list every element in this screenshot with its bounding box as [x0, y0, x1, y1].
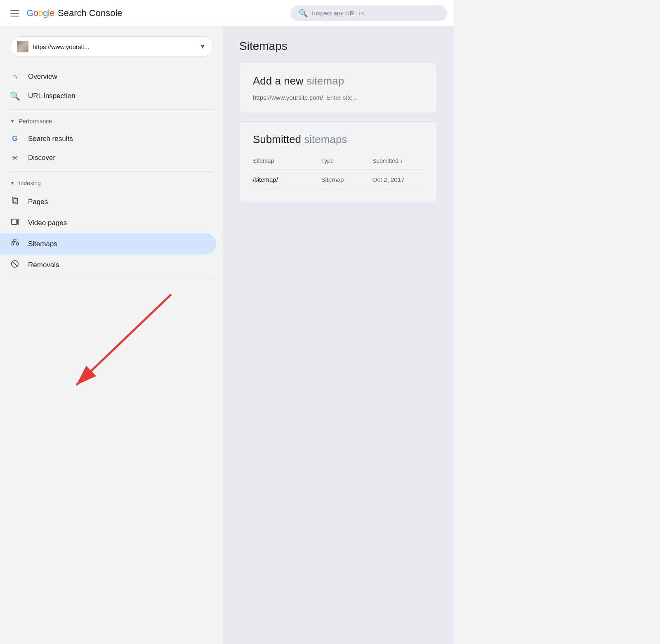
submitted-sitemaps-card: Submitted sitemaps Sitemap Type Submitte…: [239, 121, 437, 202]
page-title: Sitemaps: [239, 40, 437, 53]
col-header-submitted: Submitted ↓: [372, 157, 424, 164]
sidebar-item-label: Pages: [28, 198, 48, 206]
site-selector[interactable]: https://www.yoursit... ▼: [10, 36, 213, 57]
col-header-type: Type: [321, 157, 372, 164]
indexing-section-label: Indexing: [19, 180, 41, 186]
site-url: https://www.yoursit...: [33, 43, 195, 50]
nav-divider: [10, 279, 213, 279]
add-sitemap-title-bold: Add a new: [253, 75, 304, 87]
svg-rect-0: [12, 197, 16, 202]
sitemap-input-placeholder: Enter site...: [326, 94, 358, 101]
app-title: Search Console: [58, 8, 123, 19]
sort-down-icon: ↓: [400, 157, 403, 164]
sidebar-item-search-results[interactable]: G Search results: [0, 129, 216, 148]
sitemaps-icon: [10, 238, 20, 249]
sidebar-item-label: Search results: [28, 135, 73, 143]
svg-rect-5: [14, 239, 16, 242]
sidebar-item-sitemaps[interactable]: Sitemaps: [0, 233, 216, 254]
removals-icon: [10, 259, 20, 270]
google-g-icon: G: [10, 134, 20, 143]
performance-section-label: Performance: [19, 118, 52, 125]
add-sitemap-title: Add a new sitemap: [253, 75, 424, 87]
add-sitemap-title-gray: sitemap: [306, 75, 344, 87]
sidebar-item-label: Sitemaps: [28, 240, 57, 248]
content-area: https://www.yoursit... ▼ ⌂ Overview 🔍 UR…: [0, 26, 454, 644]
chevron-down-icon: ▼: [10, 180, 15, 186]
chevron-down-icon: ▼: [10, 118, 15, 124]
sitemap-type: Sitemap: [321, 176, 372, 183]
site-favicon: [17, 41, 28, 52]
sidebar-item-label: URL inspection: [28, 92, 75, 100]
submitted-title-gray: sitemaps: [304, 133, 347, 146]
performance-section-header[interactable]: ▼ Performance: [0, 113, 223, 129]
nav-divider: [10, 171, 213, 172]
sidebar-item-discover[interactable]: ✳ Discover: [0, 148, 216, 168]
table-row: /sitemap/ Sitemap Oct 2, 2017: [253, 169, 424, 190]
submitted-sitemaps-title: Submitted sitemaps: [253, 133, 424, 146]
svg-rect-1: [14, 199, 17, 204]
main-content: Sitemaps Add a new sitemap https://www.y…: [223, 26, 454, 644]
sidebar-item-label: Video pages: [28, 219, 67, 227]
google-logo: Google: [26, 8, 54, 19]
chevron-down-icon: ▼: [199, 43, 206, 50]
search-icon: 🔍: [10, 91, 20, 101]
sitemap-submitted-date: Oct 2, 2017: [372, 176, 424, 183]
video-pages-icon: [10, 217, 20, 228]
search-icon: 🔍: [299, 9, 308, 18]
sidebar-item-url-inspection[interactable]: 🔍 URL inspection: [0, 86, 216, 106]
sidebar-item-overview[interactable]: ⌂ Overview: [0, 67, 216, 86]
nav-divider: [10, 109, 213, 110]
submitted-title-bold: Submitted: [253, 133, 301, 146]
discover-icon: ✳: [10, 153, 20, 163]
sidebar-item-video-pages[interactable]: Video pages: [0, 212, 216, 233]
svg-line-12: [12, 261, 17, 266]
sitemap-path: /sitemap/: [253, 176, 321, 183]
sidebar-item-pages[interactable]: Pages: [0, 191, 216, 212]
app-header: Google Search Console 🔍 Inspect any URL …: [0, 0, 454, 26]
table-header-row: Sitemap Type Submitted ↓: [253, 153, 424, 169]
sidebar: https://www.yoursit... ▼ ⌂ Overview 🔍 UR…: [0, 26, 223, 644]
svg-rect-4: [11, 243, 13, 245]
search-input-placeholder: Inspect any URL in: [312, 9, 364, 16]
menu-button[interactable]: [7, 5, 23, 21]
sidebar-item-label: Discover: [28, 154, 55, 162]
add-sitemap-card: Add a new sitemap https://www.yoursite.c…: [239, 63, 437, 113]
col-header-sitemap: Sitemap: [253, 157, 321, 164]
sitemap-input-row: https://www.yoursite.com/ Enter site...: [253, 94, 424, 101]
svg-rect-2: [12, 219, 17, 225]
sitemap-base-url: https://www.yoursite.com/: [253, 94, 323, 101]
url-search-bar[interactable]: 🔍 Inspect any URL in: [290, 5, 447, 21]
indexing-section-header[interactable]: ▼ Indexing: [0, 175, 223, 191]
home-icon: ⌂: [10, 72, 20, 81]
svg-rect-6: [16, 243, 19, 245]
pages-icon: [10, 196, 20, 207]
sidebar-item-removals[interactable]: Removals: [0, 254, 216, 275]
sidebar-item-label: Removals: [28, 261, 59, 269]
sidebar-item-label: Overview: [28, 73, 57, 81]
